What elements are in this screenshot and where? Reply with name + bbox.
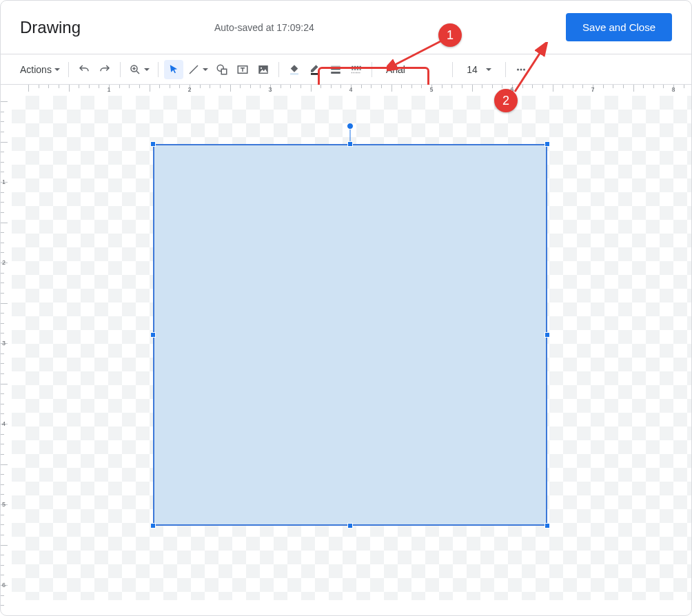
separator [278,62,279,77]
callout-1-label: 1 [447,28,454,43]
actions-label: Actions [20,64,52,75]
undo-icon [78,63,90,76]
svg-rect-7 [311,73,319,74]
chevron-down-icon [486,68,491,71]
line-icon [187,63,200,76]
resize-handle-nw[interactable] [150,141,156,147]
fill-color-icon [288,63,301,76]
resize-handle-n[interactable] [347,141,353,147]
svg-point-11 [517,68,519,70]
svg-rect-10 [331,72,340,74]
font-family-label: Arial [386,64,405,75]
border-dash-button[interactable] [347,60,366,79]
zoom-icon [129,63,141,76]
undo-button[interactable] [74,60,94,79]
font-family-dropdown[interactable]: Arial [378,60,447,79]
svg-point-5 [261,67,262,68]
separator [158,62,159,77]
cursor-icon [167,63,180,76]
actions-menu[interactable]: Actions [17,60,63,79]
more-options-button[interactable] [511,60,531,79]
line-tool-button[interactable] [185,60,211,79]
resize-handle-sw[interactable] [150,523,156,528]
annotation-callout-1: 1 [438,23,462,47]
dialog-header: Drawing Auto-saved at 17:09:24 Save and … [1,1,691,54]
svg-rect-9 [331,68,340,70]
separator [68,62,69,77]
separator [452,62,453,77]
zoom-button[interactable] [126,60,152,79]
horizontal-ruler: 12345678 [12,85,691,96]
chevron-down-icon [54,68,60,71]
toolbar: Actions Arial [1,54,691,85]
annotation-callout-2: 2 [494,89,518,112]
textbox-icon [236,63,249,76]
textbox-tool-button[interactable] [233,60,252,79]
border-weight-icon [329,63,342,76]
autosave-status: Auto-saved at 17:09:24 [214,22,314,33]
resize-handle-e[interactable] [545,332,550,338]
separator [372,62,372,77]
vertical-ruler: 123456 [1,96,12,600]
redo-icon [99,63,111,76]
font-size-dropdown[interactable]: 14 [458,60,500,79]
fill-color-button[interactable] [285,60,304,79]
border-weight-button[interactable] [326,60,345,79]
save-and-close-button[interactable]: Save and Close [566,13,672,41]
select-tool-button[interactable] [164,60,183,79]
dialog-title: Drawing [20,18,81,37]
resize-handle-s[interactable] [347,523,353,528]
chevron-down-icon [203,68,208,71]
image-icon [257,63,269,76]
chevron-down-icon [144,68,150,71]
separator [505,62,506,77]
resize-handle-ne[interactable] [545,141,550,147]
image-tool-button[interactable] [254,60,273,79]
selected-shape-rectangle[interactable] [153,144,547,526]
svg-point-12 [520,68,522,70]
border-dash-icon [350,63,363,76]
callout-2-label: 2 [502,94,509,108]
resize-handle-se[interactable] [545,523,550,528]
border-color-button[interactable] [305,60,325,79]
more-icon [515,63,527,76]
font-size-label: 14 [467,64,478,75]
separator [120,62,121,77]
svg-rect-8 [331,65,340,66]
drawing-canvas[interactable] [12,96,691,600]
shape-icon [216,63,228,76]
rotate-handle[interactable] [347,123,354,130]
svg-rect-6 [290,73,298,74]
resize-handle-w[interactable] [150,332,156,338]
redo-button[interactable] [95,60,114,79]
shape-tool-button[interactable] [212,60,232,79]
border-color-icon [309,63,321,76]
svg-point-13 [523,68,525,70]
svg-rect-2 [221,69,227,74]
